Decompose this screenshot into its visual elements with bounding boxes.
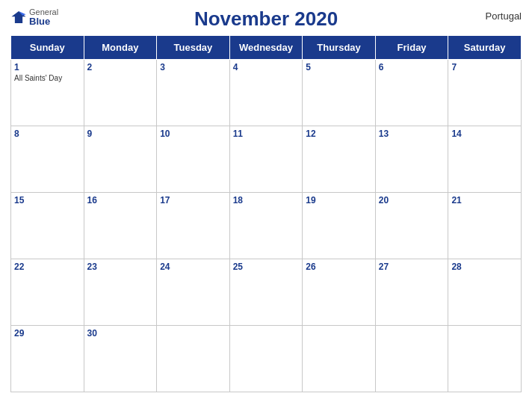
date-number: 23 [87, 262, 154, 272]
day-cell-2-1: 16 [84, 193, 157, 259]
day-cell-2-2: 17 [157, 193, 230, 259]
day-cell-0-1: 2 [84, 60, 157, 126]
header-wednesday: Wednesday [229, 36, 303, 60]
day-cell-2-0: 15 [11, 193, 84, 259]
day-cell-4-5 [375, 326, 448, 392]
date-number: 9 [87, 129, 154, 139]
date-number: 20 [379, 195, 445, 206]
day-cell-0-4: 5 [303, 60, 376, 126]
week-row-5: 2930 [11, 326, 522, 392]
date-number: 22 [14, 262, 81, 272]
day-cell-3-6: 28 [448, 259, 522, 326]
day-cell-4-0: 29 [11, 326, 84, 392]
date-number: 27 [379, 262, 445, 272]
day-cell-2-5: 20 [375, 193, 448, 259]
country-label: Portugal [486, 10, 522, 22]
date-number: 18 [233, 195, 300, 206]
day-cell-1-3: 11 [229, 126, 303, 193]
header-thursday: Thursday [303, 36, 376, 60]
date-number: 16 [87, 195, 154, 206]
date-number: 3 [160, 62, 226, 72]
header-saturday: Saturday [448, 36, 522, 60]
days-header-row: Sunday Monday Tuesday Wednesday Thursday… [11, 36, 522, 60]
week-row-3: 15161718192021 [11, 193, 522, 259]
header-sunday: Sunday [11, 36, 84, 60]
logo-blue: Blue [29, 16, 58, 27]
event-label: All Saints' Day [14, 74, 81, 82]
day-cell-3-1: 23 [84, 259, 157, 326]
calendar-header: General Blue November 2020 Portugal [10, 7, 522, 31]
date-number: 1 [14, 62, 81, 72]
day-cell-4-6 [448, 326, 522, 392]
week-row-2: 891011121314 [11, 126, 522, 193]
day-cell-2-3: 18 [229, 193, 303, 259]
day-cell-3-3: 25 [229, 259, 303, 326]
date-number: 21 [451, 195, 518, 206]
date-number: 11 [233, 129, 300, 139]
week-row-1: 1All Saints' Day234567 [11, 60, 522, 126]
calendar-title: November 2020 [194, 7, 338, 31]
day-cell-1-0: 8 [11, 126, 84, 193]
day-cell-1-5: 13 [375, 126, 448, 193]
week-row-4: 22232425262728 [11, 259, 522, 326]
day-cell-2-6: 21 [448, 193, 522, 259]
header-monday: Monday [84, 36, 157, 60]
day-cell-0-5: 6 [375, 60, 448, 126]
day-cell-3-0: 22 [11, 259, 84, 326]
date-number: 14 [451, 129, 518, 139]
day-cell-1-2: 10 [157, 126, 230, 193]
day-cell-0-2: 3 [157, 60, 230, 126]
day-cell-1-6: 14 [448, 126, 522, 193]
day-cell-1-4: 12 [303, 126, 376, 193]
calendar-table: Sunday Monday Tuesday Wednesday Thursday… [10, 35, 522, 392]
date-number: 6 [379, 62, 445, 72]
date-number: 24 [160, 262, 226, 272]
day-cell-1-1: 9 [84, 126, 157, 193]
date-number: 30 [87, 328, 154, 339]
logo-text: General Blue [29, 7, 58, 27]
date-number: 26 [306, 262, 372, 272]
day-cell-4-4 [303, 326, 376, 392]
calendar-wrapper: General Blue November 2020 Portugal Sund… [0, 0, 532, 411]
date-number: 19 [306, 195, 372, 206]
day-cell-0-0: 1All Saints' Day [11, 60, 84, 126]
svg-marker-0 [11, 11, 25, 23]
logo-area: General Blue [10, 7, 58, 27]
day-cell-0-3: 4 [229, 60, 303, 126]
day-cell-4-2 [157, 326, 230, 392]
header-tuesday: Tuesday [157, 36, 230, 60]
date-number: 28 [451, 262, 518, 272]
date-number: 17 [160, 195, 226, 206]
date-number: 29 [14, 328, 81, 339]
day-cell-4-1: 30 [84, 326, 157, 392]
date-number: 25 [233, 262, 300, 272]
day-cell-3-2: 24 [157, 259, 230, 326]
date-number: 5 [306, 62, 372, 72]
logo-bird-icon [10, 9, 27, 25]
day-cell-4-3 [229, 326, 303, 392]
date-number: 13 [379, 129, 445, 139]
day-cell-3-4: 26 [303, 259, 376, 326]
date-number: 4 [233, 62, 300, 72]
date-number: 12 [306, 129, 372, 139]
day-cell-0-6: 7 [448, 60, 522, 126]
calendar-body: 1All Saints' Day234567891011121314151617… [11, 60, 522, 392]
day-cell-3-5: 27 [375, 259, 448, 326]
header-friday: Friday [375, 36, 448, 60]
date-number: 10 [160, 129, 226, 139]
date-number: 7 [451, 62, 518, 72]
date-number: 8 [14, 129, 81, 139]
date-number: 15 [14, 195, 81, 206]
day-cell-2-4: 19 [303, 193, 376, 259]
date-number: 2 [87, 62, 154, 72]
